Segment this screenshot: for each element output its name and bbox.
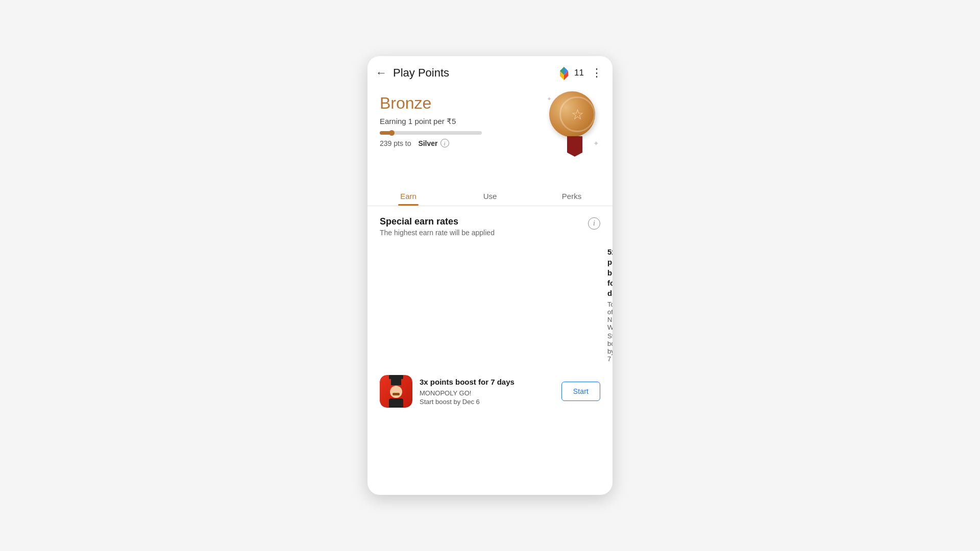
tabs-container: Earn Use Perks bbox=[368, 185, 612, 206]
progress-bar-container bbox=[380, 131, 482, 135]
monopoly-start-button[interactable]: Start bbox=[561, 382, 600, 401]
earn-rates-info-icon[interactable]: i bbox=[588, 217, 600, 230]
page-title: Play Points bbox=[393, 66, 557, 80]
sparkle-icon-br: ✦ bbox=[593, 139, 599, 147]
sparkle-icon-tl: ✦ bbox=[547, 95, 552, 103]
monopoly-boost-title: 3x points boost for 7 days bbox=[420, 377, 554, 387]
phone-container: ← Play Points 11 ⋮ Bronze Earning 1 poin… bbox=[368, 56, 612, 495]
medal-star-icon: ☆ bbox=[571, 106, 584, 123]
tab-perks[interactable]: Perks bbox=[531, 185, 612, 206]
tog-boost-title: 5x points boost for 7 days bbox=[607, 247, 612, 298]
back-button[interactable]: ← bbox=[376, 67, 387, 79]
points-badge: 11 bbox=[557, 66, 584, 80]
next-tier-label: Silver bbox=[418, 139, 437, 147]
content-area: Special earn rates The highest earn rate… bbox=[368, 206, 612, 430]
points-count: 11 bbox=[574, 68, 584, 78]
medal-inner-ring: ☆ bbox=[559, 96, 595, 132]
pts-label: 239 pts to bbox=[380, 139, 411, 147]
medal-ribbon bbox=[567, 136, 582, 157]
medal-coin: ☆ bbox=[549, 91, 595, 137]
play-points-icon bbox=[557, 66, 571, 80]
tab-use[interactable]: Use bbox=[449, 185, 531, 206]
monopoly-app-name: MONOPOLY GO! bbox=[420, 389, 554, 397]
tog-deadline: Start boost by Dec 7 bbox=[607, 332, 612, 363]
tier-title: Bronze bbox=[380, 94, 544, 113]
progress-bar-fill bbox=[380, 131, 392, 135]
header-right: 11 ⋮ bbox=[557, 65, 604, 81]
section-subtitle: The highest earn rate will be applied bbox=[380, 229, 588, 237]
more-button[interactable]: ⋮ bbox=[589, 65, 604, 81]
section-title: Special earn rates bbox=[380, 216, 588, 227]
section-title-group: Special earn rates The highest earn rate… bbox=[380, 216, 588, 237]
hero-section: Bronze Earning 1 point per ₹5 239 pts to… bbox=[368, 86, 612, 172]
monopoly-boost-info: 3x points boost for 7 days MONOPOLY GO! … bbox=[420, 377, 554, 406]
tab-earn[interactable]: Earn bbox=[368, 185, 449, 206]
section-header: Special earn rates The highest earn rate… bbox=[380, 216, 600, 237]
earn-rate-text: Earning 1 point per ₹5 bbox=[380, 117, 544, 126]
monopoly-app-icon bbox=[380, 375, 412, 408]
tier-info-icon[interactable]: i bbox=[440, 139, 449, 147]
boost-item-monopoly: 3x points boost for 7 days MONOPOLY GO! … bbox=[380, 375, 600, 408]
tog-boost-info: 5x points boost for 7 days Tower of God:… bbox=[607, 247, 612, 363]
header: ← Play Points 11 ⋮ bbox=[368, 56, 612, 86]
medal-container: ✦ ☆ ✦ bbox=[544, 91, 600, 158]
boost-item-tog: netmarble 5x points boost for 7 days Tow… bbox=[380, 247, 600, 363]
tog-app-name: Tower of God: New World bbox=[607, 300, 612, 331]
pts-to-next: 239 pts to Silver i bbox=[380, 139, 544, 147]
hero-left: Bronze Earning 1 point per ₹5 239 pts to… bbox=[380, 94, 544, 147]
monopoly-deadline: Start boost by Dec 6 bbox=[420, 398, 554, 406]
